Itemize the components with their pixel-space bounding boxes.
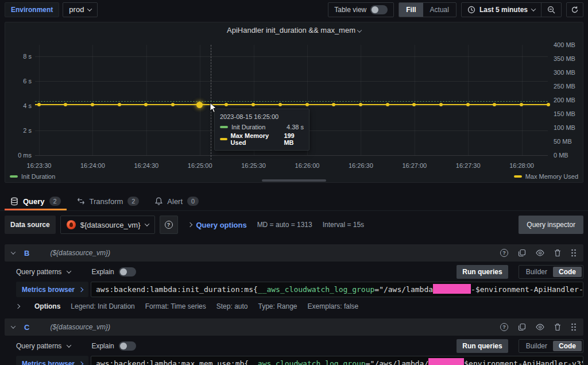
datasource-label: Data source <box>5 216 56 234</box>
metrics-browser-button[interactable]: Metrics browser <box>16 282 88 297</box>
trash-icon[interactable] <box>554 249 561 257</box>
tab-query-label: Query <box>23 197 45 206</box>
legend-swatch-yellow <box>514 175 522 178</box>
query-inspector-button[interactable]: Query inspector <box>519 216 583 234</box>
query-expression-input[interactable]: aws:backend:lambda:max_mem_use:mb{__aws_… <box>91 356 583 365</box>
legend-init-duration[interactable]: Init Duration <box>10 173 55 180</box>
tab-query[interactable]: Query 2 <box>5 192 67 210</box>
timeseries-panel: ApiHandler init_duration && max_mem 0 ms… <box>5 22 583 183</box>
redacted-text-block <box>433 284 471 294</box>
help-circle-icon[interactable]: ? <box>500 249 508 257</box>
plot-area[interactable]: 0 ms2 s4 s6 s8 s0 MB50 MB100 MB150 MB200… <box>5 22 583 182</box>
query-patterns-label: Query patterns <box>16 342 61 350</box>
environment-label-text: Environment <box>11 6 53 14</box>
y-axis-left-tick: 6 s <box>6 78 32 84</box>
datasource-help-button[interactable]: ? <box>160 216 178 234</box>
clock-icon <box>467 6 475 14</box>
tooltip-row: Init Duration 4.38 s <box>220 124 304 130</box>
query-b-options-row[interactable]: Options Legend: Init Duration Format: Ti… <box>16 302 583 310</box>
gridline-horizontal <box>35 106 548 106</box>
builder-button[interactable]: Builder <box>520 267 553 277</box>
x-axis-tick: 16:23:30 <box>21 162 57 169</box>
explain-toggle[interactable] <box>119 267 136 276</box>
y-axis-right-tick: 100 MB <box>554 125 575 131</box>
metrics-browser-button[interactable]: Metrics browser <box>16 356 88 365</box>
expression-metric: aws:backend:lambda:init_duration:ms{ <box>96 285 258 294</box>
datasource-value: ${datasource_vm} <box>80 221 141 229</box>
zoom-out-icon <box>547 6 555 14</box>
expression-value-end: -$environment-ApiHandler-v3"} <box>471 285 583 294</box>
mouse-cursor-icon <box>210 102 217 113</box>
eye-icon[interactable] <box>536 324 544 331</box>
tab-alert-count-badge: 0 <box>187 197 199 206</box>
query-options-toggle[interactable]: Query options <box>196 221 247 229</box>
query-expression-input[interactable]: aws:backend:lambda:init_duration:ms{__aw… <box>91 282 583 297</box>
y-axis-left-tick: 4 s <box>6 103 32 109</box>
trash-icon[interactable] <box>554 323 561 331</box>
y-axis-right-tick: 250 MB <box>554 83 575 90</box>
tooltip-series-label: Max Memory Used <box>231 132 281 146</box>
drag-handle-icon[interactable] <box>571 249 577 257</box>
table-view-toggle[interactable] <box>370 5 388 14</box>
query-datasource-text: (${datasource_vm}) <box>50 323 110 331</box>
run-queries-button[interactable]: Run queries <box>457 265 508 279</box>
panel-scroll-handle[interactable] <box>262 179 326 182</box>
data-point <box>278 103 282 106</box>
query-b-header[interactable]: B (${datasource_vm}) ? <box>5 244 583 262</box>
code-button[interactable]: Code <box>553 267 582 277</box>
database-icon <box>10 197 18 206</box>
collapse-chevron-icon[interactable] <box>11 324 16 328</box>
actual-button[interactable]: Actual <box>423 3 456 17</box>
explain-toggle-group: Explain <box>91 267 136 276</box>
zoom-out-button[interactable] <box>541 3 561 17</box>
legend-max-memory[interactable]: Max Memory Used <box>514 173 578 180</box>
gridline-vertical <box>468 45 469 155</box>
time-range-picker[interactable]: Last 5 minutes <box>462 3 541 17</box>
chevron-down-icon <box>87 6 92 11</box>
y-axis-left-tick: 8 s <box>6 53 32 60</box>
environment-variable-label: Environment <box>5 2 59 17</box>
y-axis-right-tick: 400 MB <box>554 42 575 48</box>
tab-query-count-badge: 2 <box>49 197 61 206</box>
code-button[interactable]: Code <box>553 341 582 351</box>
data-point <box>359 103 362 106</box>
refresh-icon <box>571 6 579 14</box>
data-point <box>439 103 443 106</box>
query-patterns-dropdown[interactable]: Query patterns <box>16 342 71 350</box>
tooltip-series-value: 4.38 s <box>287 124 304 130</box>
gridline-vertical <box>92 45 93 155</box>
max-data-points-text: MD = auto = 1313 <box>257 221 312 229</box>
run-queries-button[interactable]: Run queries <box>457 339 508 353</box>
datasource-picker[interactable]: ${datasource_vm} <box>60 216 155 234</box>
y-axis-left-tick: 0 ms <box>6 152 32 159</box>
metrics-browser-label: Metrics browser <box>22 360 75 365</box>
query-b-toolbar: Query patterns Explain Run queries Build… <box>16 264 583 279</box>
gridline-vertical <box>522 45 523 155</box>
duplicate-query-icon[interactable] <box>518 323 526 331</box>
query-c-toolbar: Query patterns Explain Run queries Build… <box>16 339 583 354</box>
metrics-browser-label: Metrics browser <box>22 286 75 294</box>
drag-handle-icon[interactable] <box>571 323 577 331</box>
explain-toggle[interactable] <box>119 341 136 351</box>
chevron-down-icon <box>67 343 71 347</box>
builder-button[interactable]: Builder <box>520 341 553 351</box>
refresh-button[interactable] <box>566 2 583 17</box>
table-view-label: Table view <box>334 6 366 14</box>
duplicate-query-icon[interactable] <box>518 249 526 257</box>
query-c-header[interactable]: C (${datasource_vm}) ? <box>5 318 583 336</box>
legend-label: Init Duration <box>21 173 55 180</box>
tab-alert[interactable]: Alert 0 <box>149 192 204 210</box>
help-circle-icon[interactable]: ? <box>500 323 508 331</box>
fill-button[interactable]: Fill <box>399 3 423 17</box>
tab-transform[interactable]: Transform 2 <box>71 192 145 210</box>
options-format: Format: Time series <box>145 302 206 310</box>
query-patterns-dropdown[interactable]: Query patterns <box>16 268 71 276</box>
environment-value-dropdown[interactable]: prod <box>63 2 98 17</box>
data-point <box>171 103 175 106</box>
table-view-toggle-chip[interactable]: Table view <box>328 2 394 17</box>
data-point <box>37 103 41 106</box>
collapse-chevron-icon[interactable] <box>11 249 16 254</box>
eye-icon[interactable] <box>536 249 544 256</box>
tab-transform-count-badge: 2 <box>127 197 139 206</box>
query-row-b: B (${datasource_vm}) ? <box>5 244 583 310</box>
